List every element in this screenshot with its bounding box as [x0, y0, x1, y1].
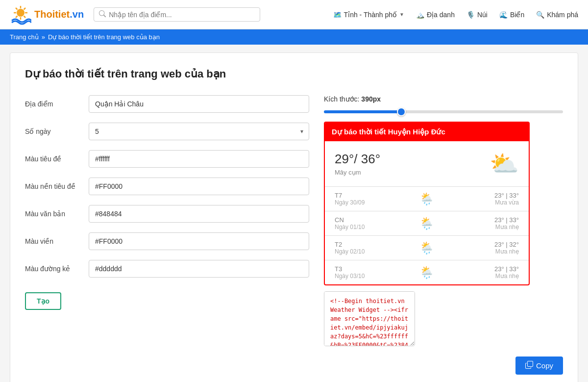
- size-slider[interactable]: [324, 110, 563, 113]
- forecast-icon-3: 🌦️: [419, 266, 434, 280]
- mau-vien-row: Màu viền: [25, 232, 309, 250]
- mau-nen-tieu-de-label: Màu nền tiêu đề: [25, 182, 89, 190]
- svg-point-0: [17, 9, 24, 17]
- breadcrumb-home[interactable]: Trang chủ: [10, 33, 39, 41]
- mau-tieu-de-input[interactable]: [89, 150, 309, 168]
- forecast-day-1: CN Ngày 01/10: [335, 216, 374, 230]
- mau-van-ban-input[interactable]: [89, 205, 309, 223]
- svg-line-7: [24, 8, 26, 10]
- mau-nen-tieu-de-input[interactable]: [89, 178, 309, 195]
- dia-diem-input[interactable]: [89, 95, 309, 113]
- breadcrumb-current: Dự báo thời tiết trên trang web của bạn: [48, 33, 160, 41]
- chevron-down-icon: ▼: [399, 12, 404, 17]
- size-label: Kích thước: 390px: [324, 95, 563, 103]
- page-title: Dự báo thời tiết trên trang web của bạn: [25, 68, 563, 80]
- forecast-day-0: T7 Ngày 30/09: [335, 192, 374, 206]
- mau-tieu-de-row: Màu tiêu đề: [25, 150, 309, 168]
- landmark-icon: 🏔️: [416, 11, 424, 19]
- forecast-temp-2: 23° | 32° Mưa nhẹ: [480, 241, 519, 255]
- breadcrumb-separator: »: [42, 33, 45, 41]
- forecast-icon-2: 🌦️: [419, 241, 434, 255]
- copy-btn-row: Copy: [324, 352, 563, 375]
- forecast-row-1: CN Ngày 01/10 🌦️ 23° | 33° Mưa nhẹ: [325, 211, 529, 236]
- so-ngay-row: Số ngày 5 3 7 ▾: [25, 123, 309, 140]
- mountain-icon: 🎙️: [466, 11, 475, 19]
- right-section: Kích thước: 390px Dự báo thời tiết Huyện…: [324, 95, 563, 375]
- svg-line-6: [24, 16, 26, 18]
- widget-current: 29°/ 36° Mây cụm ⛅: [325, 141, 529, 187]
- mau-vien-label: Màu viền: [25, 237, 89, 245]
- copy-button[interactable]: Copy: [515, 357, 563, 375]
- tao-button[interactable]: Tạo: [25, 292, 61, 310]
- nav-tinh[interactable]: 🗺️ Tỉnh - Thành phố ▼: [333, 11, 404, 19]
- mau-nen-tieu-de-row: Màu nền tiêu đề: [25, 178, 309, 195]
- compass-icon: 🔍: [536, 11, 544, 19]
- widget-header: Dự báo thời tiết Huyện Hiệp Đức: [325, 123, 529, 141]
- main-content: Dự báo thời tiết trên trang web của bạn …: [10, 52, 578, 382]
- mau-tieu-de-label: Màu tiêu đề: [25, 155, 89, 163]
- dia-diem-row: Địa điểm: [25, 95, 309, 113]
- nav-dia-danh[interactable]: 🏔️ Địa danh: [416, 11, 455, 19]
- copy-icon: [525, 361, 533, 370]
- forecast-row-2: T2 Ngày 02/10 🌦️ 23° | 32° Mưa nhẹ: [325, 236, 529, 260]
- forecast-temp-0: 23° | 33° Mưa vừa: [480, 192, 519, 206]
- mau-van-ban-row: Màu văn bản: [25, 205, 309, 223]
- breadcrumb: Trang chủ » Dự báo thời tiết trên trang …: [0, 29, 588, 45]
- map-icon: 🗺️: [333, 11, 342, 19]
- current-temp: 29°/ 36°: [335, 152, 380, 167]
- mau-van-ban-label: Màu văn bản: [25, 210, 89, 218]
- svg-line-8: [16, 16, 18, 18]
- embed-code-area[interactable]: [324, 291, 415, 346]
- forecast-day-2: T2 Ngày 02/10: [335, 241, 374, 255]
- mau-duong-ke-row: Màu đường kẻ: [25, 260, 309, 278]
- forecast-row-0: T7 Ngày 30/09 🌦️ 23° | 33° Mưa vừa: [325, 187, 529, 211]
- forecast-temp-3: 23° | 33° Mưa nhẹ: [480, 265, 519, 280]
- forecast-day-3: T3 Ngày 03/10: [335, 265, 374, 280]
- forecast-row-3: T3 Ngày 03/10 🌦️ 23° | 33° Mưa nhẹ: [325, 260, 529, 284]
- forecast-temp-1: 23° | 33° Mưa nhẹ: [480, 216, 519, 230]
- nav-bien[interactable]: 🌊 Biển: [499, 11, 524, 19]
- wave-icon: 🌊: [499, 11, 508, 19]
- main-header: Thoitiet.vn 🗺️ Tỉnh - Thành phố ▼ 🏔️ Địa…: [0, 0, 588, 29]
- logo-text: Thoitiet.vn: [34, 9, 84, 20]
- so-ngay-select[interactable]: 5 3 7: [89, 123, 309, 140]
- content-layout: Địa điểm Số ngày 5 3 7 ▾ Màu tiêu đề: [25, 95, 563, 375]
- slider-container: [324, 107, 563, 115]
- search-icon: [99, 10, 106, 19]
- dia-diem-label: Địa điểm: [25, 100, 89, 108]
- so-ngay-wrapper: 5 3 7 ▾: [89, 123, 309, 140]
- current-weather-icon: ⛅: [490, 150, 519, 178]
- nav-nui[interactable]: 🎙️ Núi: [466, 11, 488, 19]
- forecast-icon-0: 🌦️: [419, 192, 434, 206]
- svg-line-5: [16, 8, 18, 10]
- so-ngay-label: Số ngày: [25, 127, 89, 135]
- search-input[interactable]: [109, 11, 255, 19]
- mau-duong-ke-input[interactable]: [89, 260, 309, 278]
- form-section: Địa điểm Số ngày 5 3 7 ▾ Màu tiêu đề: [25, 95, 309, 310]
- mau-vien-input[interactable]: [89, 232, 309, 250]
- mau-duong-ke-label: Màu đường kẻ: [25, 265, 89, 273]
- main-nav: 🗺️ Tỉnh - Thành phố ▼ 🏔️ Địa danh 🎙️ Núi…: [333, 11, 578, 19]
- copy-btn-label: Copy: [536, 361, 553, 370]
- current-desc: Mây cụm: [335, 169, 380, 176]
- search-box: [94, 7, 260, 22]
- widget-preview: Dự báo thời tiết Huyện Hiệp Đức 29°/ 36°…: [324, 122, 530, 285]
- current-info: 29°/ 36° Mây cụm: [335, 152, 380, 176]
- logo-link[interactable]: Thoitiet.vn: [10, 4, 84, 25]
- logo-icon: [10, 4, 31, 25]
- nav-kham-pha[interactable]: 🔍 Khám phá: [536, 11, 578, 19]
- size-value: 390px: [361, 95, 381, 103]
- forecast-icon-1: 🌦️: [419, 217, 434, 230]
